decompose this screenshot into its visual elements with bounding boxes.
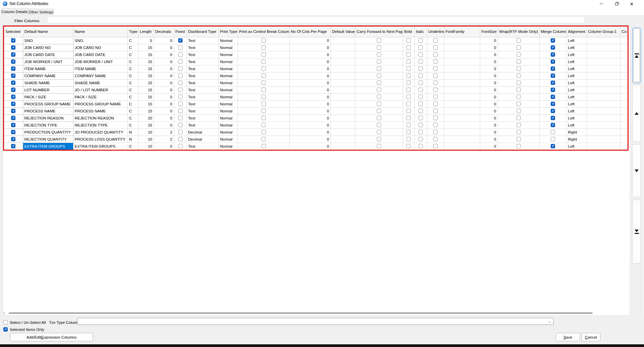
cell-print-type[interactable]: Normal (218, 107, 238, 114)
cell-length[interactable]: 15 (138, 44, 154, 51)
cell-bold[interactable] (403, 93, 414, 100)
cell-alignment[interactable]: Left (566, 37, 587, 44)
cell-cols-per-page[interactable]: 0 (289, 100, 331, 107)
cell-underline[interactable] (427, 58, 444, 65)
cell-length[interactable]: 15 (138, 100, 154, 107)
cell-wrap[interactable] (498, 100, 539, 107)
column-header-bold[interactable]: Bold (403, 27, 414, 37)
checkbox-control-break[interactable] (261, 52, 266, 57)
cell-dashboard-type[interactable]: Text (187, 51, 218, 58)
cell-length[interactable]: 10 (138, 136, 154, 143)
cell-type[interactable]: C (128, 79, 138, 86)
cell-font-size[interactable]: 0 (480, 114, 498, 121)
cell-print-type[interactable]: Normal (218, 51, 238, 58)
checkbox-underline[interactable] (433, 102, 438, 106)
cell-control-break[interactable] (238, 100, 289, 107)
cell-control-break[interactable] (238, 114, 289, 121)
checkbox-wrap[interactable] (516, 73, 521, 78)
cell-co[interactable] (620, 93, 627, 100)
cell-carry-forward[interactable] (355, 100, 403, 107)
cell-control-break[interactable] (238, 143, 289, 150)
cell-name[interactable]: PROCESS NAME (73, 107, 128, 114)
cell-font-family[interactable] (444, 72, 480, 79)
cell-print-type[interactable]: Normal (218, 79, 238, 86)
cell-underline[interactable] (427, 37, 444, 44)
cell-merge-column[interactable] (539, 136, 566, 143)
checkbox-carry-forward[interactable] (377, 81, 381, 85)
checkbox-control-break[interactable] (261, 102, 266, 106)
cell-selected[interactable] (4, 129, 23, 136)
cell-wrap[interactable] (498, 79, 539, 86)
cell-font-family[interactable] (444, 65, 480, 72)
cell-italic[interactable] (414, 121, 427, 129)
cell-selected[interactable] (4, 93, 23, 100)
cell-fixed[interactable] (174, 143, 187, 150)
checkbox-selected[interactable] (11, 144, 15, 148)
cell-column-group1[interactable] (587, 72, 620, 79)
cell-merge-column[interactable] (539, 72, 566, 79)
checkbox-wrap[interactable] (516, 109, 521, 113)
cell-cols-per-page[interactable]: 0 (289, 136, 331, 143)
cell-underline[interactable] (427, 107, 444, 114)
column-header-control-break[interactable]: Print as Control Break Column (238, 27, 289, 37)
tab-other-settings[interactable]: Other Settings (28, 9, 54, 15)
cell-font-family[interactable] (444, 58, 480, 65)
checkbox-carry-forward[interactable] (377, 38, 381, 43)
cell-control-break[interactable] (238, 37, 289, 44)
cell-wrap[interactable] (498, 37, 539, 44)
checkbox-bold[interactable] (406, 81, 411, 85)
cell-dashboard-type[interactable]: Text (187, 86, 218, 93)
checkbox-control-break[interactable] (261, 59, 266, 64)
checkbox-bold[interactable] (406, 130, 411, 134)
cell-control-break[interactable] (238, 121, 289, 129)
cell-type[interactable]: C (128, 44, 138, 51)
cell-cols-per-page[interactable]: 0 (289, 51, 331, 58)
cell-length[interactable]: 15 (138, 65, 154, 72)
cell-type[interactable]: C (128, 143, 138, 150)
checkbox-selected[interactable] (11, 81, 15, 85)
cell-alignment[interactable]: Left (566, 51, 587, 58)
cell-alignment[interactable]: Left (566, 114, 587, 121)
cell-decimals[interactable]: 0 (154, 79, 174, 86)
cell-dashboard-type[interactable]: Text (187, 44, 218, 51)
cell-carry-forward[interactable] (355, 143, 403, 150)
column-header-font-family[interactable]: FontFamily (444, 27, 480, 37)
checkbox-fixed[interactable] (178, 123, 183, 127)
cell-font-family[interactable] (444, 107, 480, 114)
cell-bold[interactable] (403, 65, 414, 72)
checkbox-wrap[interactable] (516, 116, 521, 120)
cell-alignment[interactable]: Left (566, 58, 587, 65)
cell-selected[interactable] (4, 143, 23, 150)
cell-fixed[interactable] (174, 121, 187, 129)
cell-merge-column[interactable] (539, 143, 566, 150)
cell-default-value[interactable] (331, 107, 355, 114)
checkbox-wrap[interactable] (516, 81, 521, 85)
select-unselect-all-checkbox[interactable] (3, 320, 8, 325)
cell-font-size[interactable]: 0 (480, 51, 498, 58)
cell-italic[interactable] (414, 129, 427, 136)
cell-print-type[interactable]: Normal (218, 136, 238, 143)
cell-default-name[interactable]: EXTRA ITEM GROUPS (23, 143, 73, 150)
checkbox-fixed[interactable] (178, 130, 183, 134)
cell-default-value[interactable] (331, 114, 355, 121)
checkbox-wrap[interactable] (516, 130, 521, 134)
cell-decimals[interactable]: 0 (154, 121, 174, 129)
cell-dashboard-type[interactable]: Text (187, 93, 218, 100)
cell-bold[interactable] (403, 136, 414, 143)
cell-type[interactable]: N (128, 129, 138, 136)
cell-italic[interactable] (414, 79, 427, 86)
checkbox-carry-forward[interactable] (377, 73, 381, 78)
cell-selected[interactable] (4, 44, 23, 51)
cell-length[interactable]: 15 (138, 72, 154, 79)
checkbox-control-break[interactable] (261, 123, 266, 127)
column-header-merge-column[interactable]: Merge Column (539, 27, 566, 37)
checkbox-control-break[interactable] (261, 130, 266, 134)
checkbox-control-break[interactable] (261, 137, 266, 141)
cell-length[interactable]: 15 (138, 58, 154, 65)
cell-alignment[interactable]: Left (566, 107, 587, 114)
column-header-print-type[interactable]: Print Type (218, 27, 238, 37)
cell-underline[interactable] (427, 86, 444, 93)
cell-italic[interactable] (414, 72, 427, 79)
checkbox-carry-forward[interactable] (377, 137, 381, 141)
checkbox-selected[interactable] (11, 95, 15, 99)
